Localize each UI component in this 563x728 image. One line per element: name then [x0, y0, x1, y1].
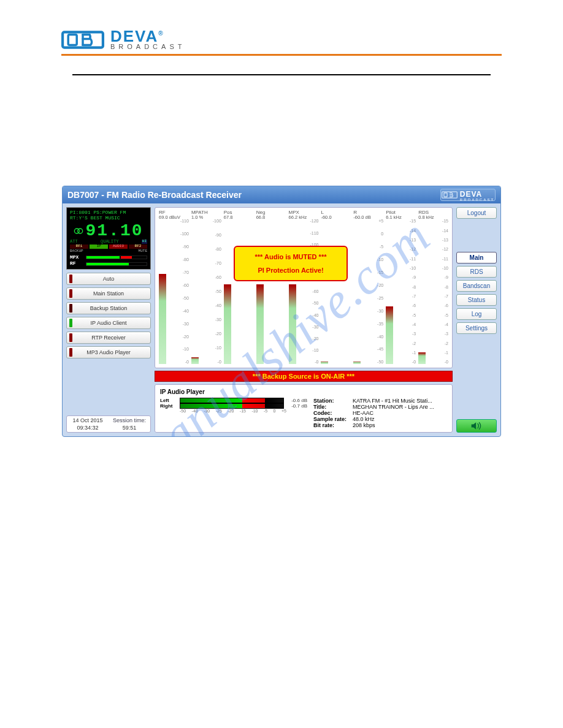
- player-info-row: Sample rate:48.0 kHz: [313, 416, 447, 422]
- player-info-row: Codec:HE-AAC: [313, 410, 447, 416]
- player-info-row: Title:MEGHAN TRAINOR - Lips Are ...: [313, 404, 447, 410]
- svg-point-6: [78, 229, 83, 233]
- nav-bandscan[interactable]: Bandscan: [456, 280, 497, 292]
- app-title: DB7007 - FM Radio Re-Broadcast Receiver: [67, 190, 242, 200]
- meter-neg: Neg66.8: [256, 219, 286, 364]
- brand-header: DEVA® BROADCAST: [61, 29, 502, 56]
- meter-rf: RF69.0 dBuV-110-100-90-80-70-60-50-40-30…: [159, 219, 189, 364]
- svg-rect-1: [68, 35, 77, 45]
- source-button[interactable]: Auto: [66, 273, 151, 285]
- meter-l: L-60.0: [321, 219, 351, 364]
- lcd-tags: RF1IPAUDIORF2: [70, 245, 147, 249]
- meter-r: R-60.0 dB+50-5-10-15-20-25-30-35-40-45-5…: [353, 219, 383, 364]
- nav-status[interactable]: Status: [456, 294, 497, 306]
- lcd-tag: RF1: [70, 245, 88, 249]
- speaker-icon: [470, 422, 483, 430]
- source-button[interactable]: Backup Station: [66, 302, 151, 314]
- stereo-icon: [74, 227, 83, 235]
- level-right: [180, 403, 284, 409]
- meter-pos: Pos67.8: [224, 219, 254, 364]
- nav-rds[interactable]: RDS: [456, 266, 497, 278]
- nav-log[interactable]: Log: [456, 308, 497, 320]
- datetime: 14 Oct 2015Session time: 09:34:3259:51: [66, 415, 151, 433]
- brand-logo-icon: [61, 29, 104, 50]
- speaker-button[interactable]: [456, 419, 497, 433]
- source-button[interactable]: IP Audio Client: [66, 317, 151, 329]
- source-button[interactable]: Main Station: [66, 287, 151, 300]
- backup-banner: *** Backup Source is ON-AIR ***: [155, 371, 453, 382]
- divider: [72, 74, 491, 75]
- player-info-row: Station:KATRA FM - #1 Hit Music Stati...: [313, 398, 447, 404]
- ip-audio-player: IP Audio Player Left-0.6 dB Right-0.7 dB…: [155, 384, 453, 433]
- meter-pilot: Pilot6.1 kHz-15-14-13-12-11-10-9-8-7-6-5…: [386, 219, 416, 364]
- lcd-tag: AUDIO: [109, 245, 128, 249]
- title-bar: DB7007 - FM Radio Re-Broadcast Receiver …: [63, 186, 500, 203]
- source-button[interactable]: MP3 Audio Player: [66, 346, 151, 358]
- brand-text: DEVA® BROADCAST: [110, 29, 185, 50]
- meter-mpx: MPX66.2 kHz-120-110-100-90-80-70-60-50-4…: [289, 219, 319, 364]
- app-window: DB7007 - FM Radio Re-Broadcast Receiver …: [62, 186, 501, 437]
- level-left: [180, 398, 284, 403]
- nav-settings[interactable]: Settings: [456, 322, 497, 334]
- logout-button[interactable]: Logout: [456, 207, 497, 219]
- svg-rect-4: [444, 193, 447, 197]
- meter-rds: RDS0.8 kHz-15-14-13-12-11-10-9-8-7-6-5-4…: [418, 219, 448, 364]
- lcd-display: PI:8091 PS:POWER FM RT:Y'S BEST MUSIC 91…: [66, 207, 151, 270]
- meters-panel: *** Audio is MUTED *** PI Protection Act…: [155, 207, 453, 368]
- meter-mpath: MPATH1.0 %-100-90-80-70-60-50-40-30-20-1…: [191, 219, 221, 364]
- title-logo: DEVABROADCAST: [440, 189, 496, 201]
- lcd-tag: IP: [90, 245, 108, 249]
- nav-main[interactable]: Main: [456, 252, 497, 264]
- player-info-row: Bit rate:208 kbps: [313, 422, 447, 428]
- source-button[interactable]: RTP Receiver: [66, 332, 151, 344]
- lcd-tag: RF2: [129, 245, 147, 249]
- alert-box: *** Audio is MUTED *** PI Protection Act…: [234, 246, 348, 281]
